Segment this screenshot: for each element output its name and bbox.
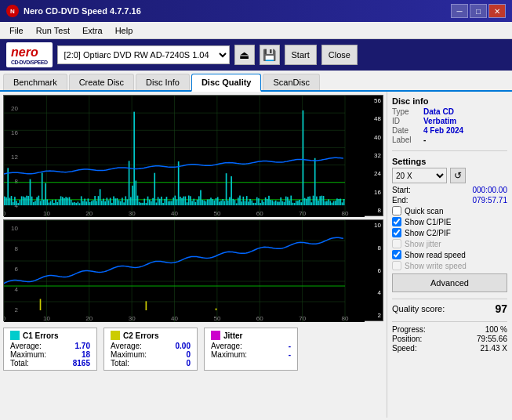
c2-total-value: 0 <box>186 359 191 368</box>
c1-total-label: Total: <box>10 359 29 368</box>
y-label-24: 24 <box>365 170 381 177</box>
main-content: 56 48 40 32 24 16 8 10 8 6 4 2 <box>0 92 512 418</box>
close-disc-button[interactable]: Close <box>321 45 358 65</box>
speed-select[interactable]: 20 X <box>392 168 447 183</box>
advanced-button[interactable]: Advanced <box>392 273 507 292</box>
position-value: 79:55.66 <box>477 335 507 343</box>
type-label: Type <box>392 107 420 116</box>
progress-section: Progress: 100 % Position: 79:55.66 Speed… <box>392 321 507 353</box>
disc-label-label: Label <box>392 136 420 144</box>
type-value: Data CD <box>423 107 454 116</box>
y-label-40: 40 <box>365 134 381 141</box>
toolbar: nero CD·DVD/SPEED [2:0] Optiarc DVD RW A… <box>0 39 512 71</box>
menu-run-test[interactable]: Run Test <box>30 24 76 37</box>
top-chart-y-axis: 56 48 40 32 24 16 8 <box>363 96 383 215</box>
c2-label: C2 Errors <box>123 331 159 340</box>
id-label: ID <box>392 117 420 125</box>
drive-select[interactable]: [2:0] Optiarc DVD RW AD-7240S 1.04 <box>57 45 230 64</box>
start-button[interactable]: Start <box>285 45 317 65</box>
show-c1pie-label: Show C1/PIE <box>405 218 451 226</box>
legend-area: C1 Errors Average: 1.70 Maximum: 18 Tota… <box>3 324 383 374</box>
app-icon: N <box>6 5 19 17</box>
speed-label: Speed: <box>392 344 417 353</box>
tab-create-disc[interactable]: Create Disc <box>69 74 134 90</box>
y-label-2: 2 <box>365 312 381 319</box>
jitter-label: Jitter <box>223 331 242 340</box>
start-label: Start: <box>392 186 411 194</box>
c2-avg-value: 0.00 <box>176 342 191 350</box>
chart-area: 56 48 40 32 24 16 8 10 8 6 4 2 <box>0 92 387 418</box>
bottom-chart-y-axis: 10 8 6 4 2 <box>363 220 383 320</box>
save-button[interactable]: 💾 <box>260 45 280 65</box>
c1-total-value: 8165 <box>73 359 90 368</box>
bottom-chart: 10 8 6 4 2 <box>3 219 383 321</box>
y-label-8: 8 <box>365 207 381 214</box>
quality-score-label: Quality score: <box>392 304 445 313</box>
disc-label-value: - <box>423 136 426 144</box>
disc-info-section: Disc info Type Data CD ID Verbatim Date … <box>392 96 507 145</box>
y-label-32: 32 <box>365 152 381 159</box>
date-label: Date <box>392 126 420 135</box>
id-value: Verbatim <box>423 117 456 125</box>
legend-c1: C1 Errors Average: 1.70 Maximum: 18 Tota… <box>3 328 97 371</box>
date-value: 4 Feb 2024 <box>423 126 463 135</box>
c2-avg-label: Average: <box>111 342 142 350</box>
progress-label: Progress: <box>392 325 426 334</box>
c1-max-label: Maximum: <box>10 350 46 359</box>
y-label-16: 16 <box>365 189 381 196</box>
refresh-button[interactable]: ↺ <box>450 168 466 183</box>
menu-extra[interactable]: Extra <box>76 24 109 37</box>
jitter-max-value: - <box>289 350 291 359</box>
maximize-button[interactable]: □ <box>470 4 487 18</box>
quick-scan-label: Quick scan <box>405 207 443 215</box>
tab-scan-disc[interactable]: ScanDisc <box>263 74 319 90</box>
y-label-4: 4 <box>365 289 381 296</box>
tab-benchmark[interactable]: Benchmark <box>3 74 67 90</box>
y-label-56: 56 <box>365 97 381 104</box>
jitter-color-swatch <box>211 331 220 340</box>
end-time: 079:57.71 <box>473 196 508 205</box>
eject-button[interactable]: ⏏ <box>234 45 255 65</box>
show-c1pie-checkbox[interactable] <box>392 217 401 226</box>
menu-file[interactable]: File <box>3 24 30 37</box>
c2-max-label: Maximum: <box>111 350 147 359</box>
c1-label: C1 Errors <box>23 331 59 340</box>
show-read-speed-checkbox[interactable] <box>392 250 401 259</box>
end-label: End: <box>392 196 409 205</box>
quality-score-row: Quality score: 97 <box>392 299 507 315</box>
title-bar: N Nero CD-DVD Speed 4.7.7.16 ─ □ ✕ <box>0 0 512 22</box>
settings-title: Settings <box>392 157 507 166</box>
show-jitter-label: Show jitter <box>405 240 441 248</box>
jitter-avg-label: Average: <box>211 342 242 350</box>
c1-color-swatch <box>10 331 20 340</box>
show-c2pif-checkbox[interactable] <box>392 228 401 237</box>
c1-avg-label: Average: <box>10 342 42 350</box>
show-write-speed-checkbox[interactable] <box>392 261 401 270</box>
minimize-button[interactable]: ─ <box>451 4 468 18</box>
progress-value: 100 % <box>485 325 507 334</box>
y-label-48: 48 <box>365 115 381 122</box>
disc-info-title: Disc info <box>392 96 507 106</box>
legend-c2: C2 Errors Average: 0.00 Maximum: 0 Total… <box>103 328 198 371</box>
top-chart: 56 48 40 32 24 16 8 <box>3 95 383 216</box>
side-panel: Disc info Type Data CD ID Verbatim Date … <box>387 92 512 418</box>
quick-scan-checkbox[interactable] <box>392 206 401 215</box>
quality-score-value: 97 <box>495 302 507 315</box>
divider-1 <box>392 150 507 151</box>
menu-help[interactable]: Help <box>109 24 140 37</box>
jitter-max-label: Maximum: <box>211 350 247 359</box>
show-c2pif-label: Show C2/PIF <box>405 229 451 237</box>
tab-bar: Benchmark Create Disc Disc Info Disc Qua… <box>0 71 512 92</box>
show-jitter-checkbox[interactable] <box>392 239 401 248</box>
speed-value: 21.43 X <box>481 344 507 353</box>
c1-avg-value: 1.70 <box>75 342 90 350</box>
show-write-speed-label: Show write speed <box>405 262 467 270</box>
start-time: 000:00.00 <box>473 186 508 194</box>
tab-disc-quality[interactable]: Disc Quality <box>191 74 262 92</box>
tab-disc-info[interactable]: Disc Info <box>136 74 190 90</box>
show-read-speed-label: Show read speed <box>405 251 466 259</box>
y-label-10: 10 <box>365 222 381 229</box>
settings-section: Settings 20 X ↺ Start: 000:00.00 End: 07… <box>392 157 507 292</box>
window-controls: ─ □ ✕ <box>451 4 506 18</box>
close-button[interactable]: ✕ <box>488 4 506 18</box>
